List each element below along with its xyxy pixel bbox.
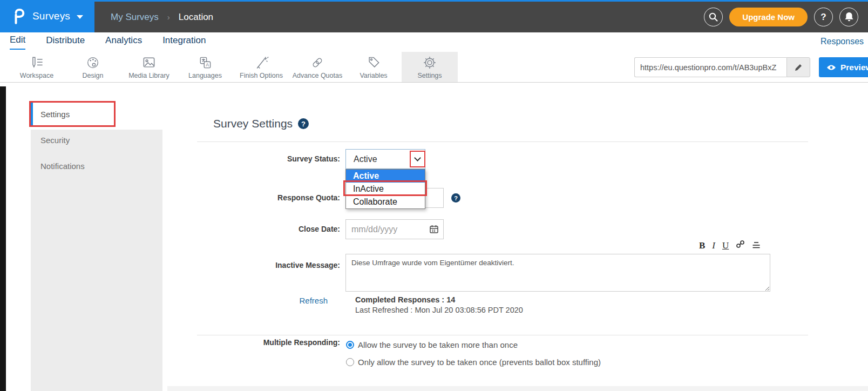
option-collaborate[interactable]: Collaborate <box>346 196 425 208</box>
align-button[interactable] <box>752 241 761 250</box>
palette-icon <box>85 55 101 70</box>
radio-unselected-icon[interactable] <box>346 358 354 366</box>
toolbar-item-label: Finish Options <box>240 72 283 79</box>
survey-settings-help-icon[interactable]: ? <box>298 118 309 129</box>
toolbar-item-workspace[interactable]: Workspace <box>9 52 65 82</box>
search-icon <box>708 12 718 22</box>
annotation-settings-item: Settings <box>29 101 116 127</box>
italic-button[interactable]: I <box>712 241 715 250</box>
chevron-down-icon <box>77 15 83 19</box>
select-arrow-zone[interactable] <box>410 150 425 168</box>
toolbar-item-design[interactable]: Design <box>65 52 121 82</box>
breadcrumb-current: Location <box>179 12 213 23</box>
toolbar-item-media-library[interactable]: Media Library <box>121 52 177 82</box>
radio-allow-multiple[interactable]: Allow the survey to be taken more than o… <box>346 340 518 349</box>
preview-button[interactable]: Preview <box>819 57 868 77</box>
breadcrumb-my-surveys[interactable]: My Surveys <box>111 12 159 23</box>
responses-link[interactable]: Responses <box>820 37 864 46</box>
bold-button[interactable]: B <box>699 241 705 250</box>
magic-wand-icon <box>253 55 269 70</box>
completed-responses-text: Completed Responses : 14 <box>355 295 455 304</box>
align-icon <box>752 241 761 248</box>
questionpro-logo-icon <box>13 8 25 24</box>
survey-url-group <box>634 57 810 77</box>
bell-icon <box>844 12 854 22</box>
multiple-responding-label: Multiple Responding: <box>197 338 340 347</box>
sidebar-item-label: Settings <box>40 110 70 119</box>
toolbar-item-label: Media Library <box>128 72 169 79</box>
tab-distribute[interactable]: Distribute <box>46 35 85 49</box>
refresh-link[interactable]: Refresh <box>197 296 328 305</box>
tab-edit[interactable]: Edit <box>10 35 25 50</box>
chevron-down-icon <box>414 154 421 161</box>
calendar-icon[interactable] <box>429 224 439 236</box>
survey-nav: Edit Distribute Analytics Integration Re… <box>0 32 868 52</box>
toolbar-item-finish-options[interactable]: Finish Options <box>233 52 289 82</box>
help-icon: ? <box>820 12 826 23</box>
sidebar-item-notifications[interactable]: Notifications <box>40 161 85 171</box>
questionpro-surveys-app: Surveys My Surveys › Location Upgrade No… <box>0 0 868 391</box>
toolbar-item-variables[interactable]: Variables <box>345 52 402 82</box>
notifications-button[interactable] <box>839 8 858 26</box>
response-quota-label: Response Quota: <box>197 193 340 202</box>
edit-url-button[interactable] <box>786 57 810 77</box>
toolbar-item-label: Design <box>83 72 104 79</box>
breadcrumb: My Surveys › Location <box>111 2 213 32</box>
sidebar-item-settings[interactable]: Settings <box>31 103 114 125</box>
gear-icon <box>422 55 438 70</box>
help-button[interactable]: ? <box>814 8 833 26</box>
preview-label: Preview <box>840 63 868 72</box>
survey-status-dropdown: Active InActive Collaborate <box>345 169 425 209</box>
tag-icon <box>365 55 382 70</box>
search-button[interactable] <box>704 8 723 26</box>
upgrade-now-button[interactable]: Upgrade Now <box>729 8 808 26</box>
header-bar: Surveys My Surveys › Location Upgrade No… <box>0 2 868 32</box>
survey-status-label: Survey Status: <box>197 154 340 163</box>
page-title: Survey Settings ? <box>213 117 309 130</box>
radio-label: Allow the survey to be taken more than o… <box>358 340 518 349</box>
bottom-section-divider <box>167 386 868 391</box>
toolbar-item-languages[interactable]: A Languages <box>177 52 233 82</box>
survey-status-select[interactable]: Active <box>345 149 425 169</box>
link-icon <box>736 240 745 248</box>
inactive-message-label: Inactive Message: <box>197 261 340 269</box>
breadcrumb-separator: › <box>167 12 170 22</box>
toolbar-item-advance-quotas[interactable]: Advance Quotas <box>289 52 345 82</box>
pencil-icon <box>794 63 803 72</box>
inactive-message-textarea[interactable]: Diese Umfrage wurde vom Eigentümer deakt… <box>345 254 770 292</box>
sidebar-item-security[interactable]: Security <box>40 136 70 145</box>
tab-integration[interactable]: Integration <box>162 35 206 49</box>
image-icon <box>141 55 157 70</box>
close-date-label: Close Date: <box>197 225 340 233</box>
product-menu[interactable]: Surveys <box>0 0 94 32</box>
radio-selected-icon[interactable] <box>346 341 354 349</box>
survey-url-input[interactable] <box>634 57 786 77</box>
toolbar-item-label: Advance Quotas <box>293 72 342 79</box>
divider <box>197 141 808 142</box>
option-active[interactable]: Active <box>346 170 425 183</box>
eye-icon <box>826 64 836 71</box>
radio-label: Only allow the survey to be taken once (… <box>358 358 601 367</box>
option-inactive[interactable]: InActive <box>346 183 425 196</box>
header-actions: Upgrade Now ? <box>704 2 858 32</box>
tab-analytics[interactable]: Analytics <box>105 35 142 49</box>
toolbar-items: Workspace Design Media Library <box>9 52 458 82</box>
radio-allow-once[interactable]: Only allow the survey to be taken once (… <box>346 358 601 367</box>
toolbar-item-label: Workspace <box>20 72 53 79</box>
translate-icon: A <box>197 55 213 70</box>
edit-toolbar: Workspace Design Media Library <box>0 52 868 83</box>
underline-button[interactable]: U <box>722 241 729 250</box>
response-quota-help-icon[interactable]: ? <box>451 193 460 203</box>
toolbar-item-label: Languages <box>188 72 222 79</box>
divider <box>197 335 808 335</box>
toolbar-item-label: Variables <box>360 72 387 79</box>
collapsed-panel-strip <box>0 86 6 391</box>
svg-text:A: A <box>206 62 209 68</box>
product-name: Surveys <box>32 10 70 22</box>
chain-links-icon <box>309 55 326 70</box>
link-button[interactable] <box>736 240 745 250</box>
toolbar-item-settings[interactable]: Settings <box>402 52 458 82</box>
close-date-field <box>345 219 444 239</box>
workspace-icon <box>29 55 45 70</box>
nav-tabs: Edit Distribute Analytics Integration <box>10 32 206 52</box>
